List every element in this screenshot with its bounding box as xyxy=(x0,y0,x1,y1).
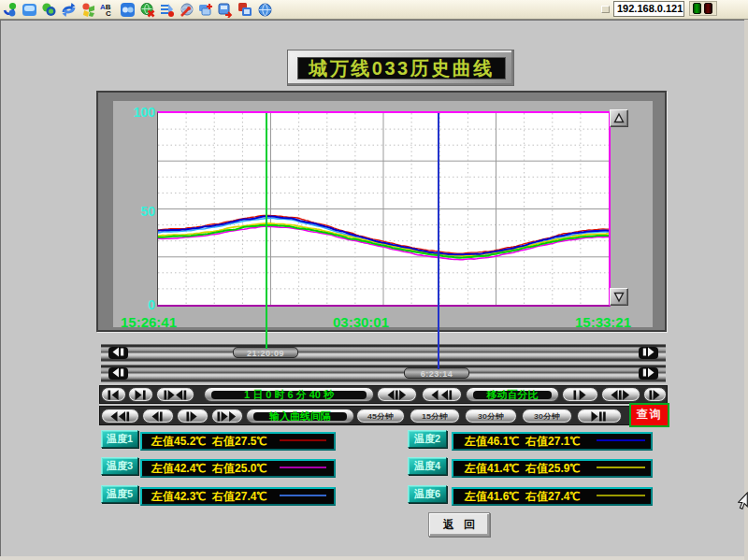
svg-text:C: C xyxy=(106,9,111,18)
